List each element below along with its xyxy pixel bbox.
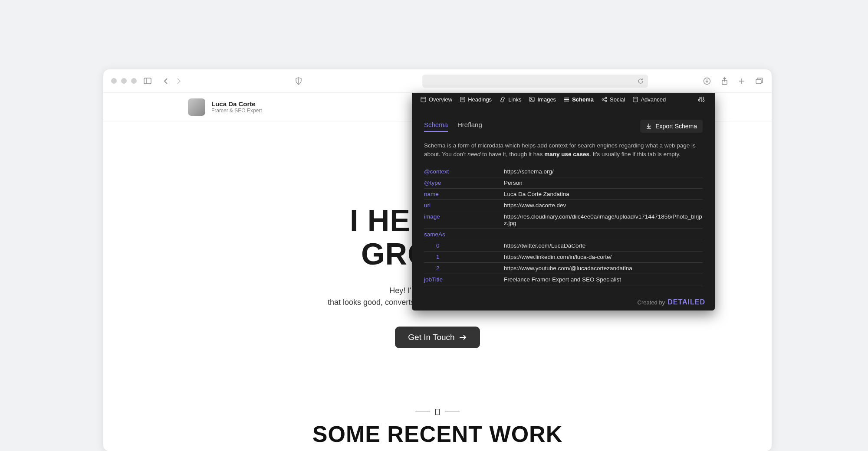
export-schema-button[interactable]: Export Schema [640,120,703,133]
tab-advanced[interactable]: Advanced [633,96,666,103]
svg-point-16 [531,98,532,99]
extension-tabs: Overview Headings Links Images Schema [412,93,715,108]
svg-rect-0 [144,78,151,84]
share-icon[interactable] [720,76,729,86]
arrow-right-icon [459,334,467,340]
schema-row: 1https://www.linkedin.com/in/luca-da-cor… [424,252,703,263]
extension-settings-icon[interactable] [697,95,706,104]
schema-value: Luca Da Corte Zandatina [504,191,569,197]
schema-key: 0 [424,242,504,249]
schema-key: sameAs [424,231,504,238]
svg-point-32 [703,100,704,101]
downloads-icon[interactable] [702,76,712,86]
profile-name: Luca Da Corte [211,100,262,108]
svg-point-31 [700,97,702,99]
svg-rect-25 [633,97,638,102]
section-divider [103,409,772,415]
schema-value: https://www.linkedin.com/in/luca-da-cort… [504,254,612,260]
svg-point-22 [605,100,607,102]
schema-row: @typePerson [424,177,703,189]
shield-icon[interactable] [294,76,303,86]
svg-point-30 [698,99,700,101]
schema-row: @contexthttps://schema.org/ [424,166,703,177]
schema-key: 1 [424,254,504,260]
avatar [188,98,205,116]
svg-line-24 [604,100,605,101]
svg-point-20 [602,98,604,100]
address-bar[interactable] [422,75,648,88]
download-icon [646,123,652,129]
tab-links[interactable]: Links [500,96,521,103]
tab-schema[interactable]: Schema [564,96,594,103]
svg-rect-10 [421,97,426,102]
svg-line-23 [604,98,605,99]
schema-key: image [424,213,504,226]
subtab-schema[interactable]: Schema [424,121,448,132]
schema-value: Freelance Framer Expert and SEO Speciali… [504,276,621,283]
seo-extension-panel: Overview Headings Links Images Schema [412,93,715,310]
close-window-button[interactable] [111,78,117,84]
schema-row: jobTitleFreelance Framer Expert and SEO … [424,274,703,285]
browser-window: Luca Da Corte Framer & SEO Expert Verifi… [103,69,772,451]
schema-row: 2https://www.youtube.com/@lucadacortezan… [424,263,703,274]
schema-value: https://res.cloudinary.com/dilc4ee0a/ima… [504,213,703,226]
tab-headings[interactable]: Headings [460,96,492,103]
page-viewport: Luca Da Corte Framer & SEO Expert Verifi… [103,93,772,451]
tab-images[interactable]: Images [529,96,556,103]
recent-work-heading: SOME RECENT WORK [103,421,772,447]
traffic-lights [111,78,137,84]
schema-row: imagehttps://res.cloudinary.com/dilc4ee0… [424,211,703,229]
created-by-label: Created by [638,299,665,306]
minimize-window-button[interactable] [121,78,127,84]
schema-value: https://schema.org/ [504,168,554,175]
schema-key: @type [424,180,504,186]
get-in-touch-button[interactable]: Get In Touch [395,327,480,348]
extension-subtabs: Schema Hreflang [424,121,482,132]
svg-rect-8 [756,79,761,84]
tab-overview[interactable]: Overview [421,96,452,103]
tabs-overview-icon[interactable] [754,76,764,86]
cta-label: Get In Touch [408,333,454,342]
schema-row: sameAs [424,229,703,240]
schema-key: @context [424,168,504,175]
browser-toolbar [103,69,772,93]
schema-description: Schema is a form of microdata which help… [412,138,715,166]
schema-row: nameLuca Da Corte Zandatina [424,189,703,200]
maximize-window-button[interactable] [131,78,137,84]
sidebar-toggle-icon[interactable] [143,76,152,86]
extension-footer: Created by DETAILED [412,294,715,310]
export-label: Export Schema [655,123,697,130]
schema-row: 0https://twitter.com/LucaDaCorte [424,240,703,252]
forward-button[interactable] [174,76,184,86]
divider-ornament-icon [435,409,440,415]
reload-icon[interactable] [638,78,644,84]
schema-value: Person [504,180,523,186]
schema-key: 2 [424,265,504,271]
schema-value: https://twitter.com/LucaDaCorte [504,242,585,249]
svg-point-21 [605,97,607,99]
schema-row: urlhttps://www.dacorte.dev [424,200,703,211]
back-button[interactable] [161,76,171,86]
detailed-logo[interactable]: DETAILED [667,298,705,306]
profile-tagline: Framer & SEO Expert [211,108,262,114]
new-tab-icon[interactable] [737,76,746,86]
schema-key: url [424,202,504,209]
schema-key: name [424,191,504,197]
schema-key: jobTitle [424,276,504,283]
schema-value: https://www.dacorte.dev [504,202,566,209]
tab-social[interactable]: Social [602,96,625,103]
subtab-hreflang[interactable]: Hreflang [457,121,482,132]
schema-table: @contexthttps://schema.org/@typePersonna… [412,166,715,285]
schema-value: https://www.youtube.com/@lucadacortezand… [504,265,632,271]
